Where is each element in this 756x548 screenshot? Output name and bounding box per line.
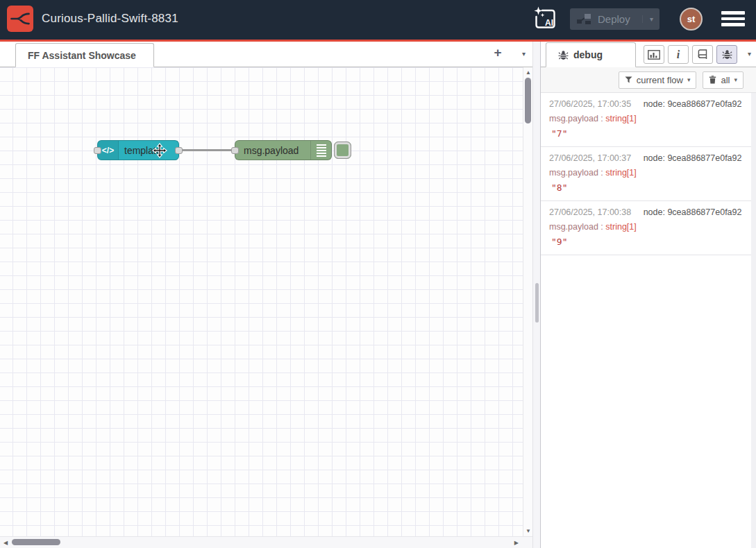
- path-separator: :: [598, 114, 605, 123]
- workspace-pane: FF Assistant Showcase + ▾ </> template m…: [0, 42, 532, 548]
- scroll-down-icon[interactable]: ▼: [523, 528, 533, 534]
- deploy-button[interactable]: Deploy ▾: [570, 8, 660, 30]
- flow-list-caret-icon[interactable]: ▾: [522, 50, 526, 58]
- funnel-icon: [625, 76, 632, 83]
- node-label: msg.payload: [244, 145, 299, 156]
- scroll-up-icon[interactable]: ▲: [523, 69, 533, 76]
- message-path: msg.payload : string[1]: [549, 168, 743, 178]
- message-path: msg.payload : string[1]: [549, 114, 743, 123]
- sidebar-splitter[interactable]: [532, 42, 541, 548]
- canvas-horizontal-scrollbar[interactable]: ◀ ▶: [0, 536, 532, 548]
- message-value[interactable]: "8": [549, 182, 743, 193]
- debug-toolbar: current flow ▾ all ▾: [541, 67, 756, 93]
- debug-message[interactable]: 27/06/2025, 17:00:38 node: 9cea886877e0f…: [541, 201, 751, 255]
- sidebar: debug i: [541, 42, 756, 548]
- trash-icon: [709, 76, 716, 84]
- node-red-editor: Curious-Pallid-Swift-8831 AI Deploy: [0, 0, 756, 548]
- message-timestamp: 27/06/2025, 17:00:38: [549, 207, 631, 217]
- message-node-id: node: 9cea886877e0fa92: [644, 99, 742, 109]
- flow-canvas[interactable]: </> template msg.payload ▲: [0, 67, 532, 548]
- message-type: string[1]: [605, 222, 636, 232]
- message-meta: 27/06/2025, 17:00:35 node: 9cea886877e0f…: [549, 99, 743, 109]
- node-debug[interactable]: msg.payload: [235, 140, 332, 160]
- scroll-left-icon[interactable]: ◀: [3, 540, 8, 546]
- scroll-right-icon[interactable]: ▶: [514, 540, 519, 546]
- input-port[interactable]: [94, 147, 101, 154]
- header-actions: AI Deploy ▾ st: [532, 6, 746, 32]
- tab-debug[interactable]: debug: [546, 42, 636, 67]
- list-icon: [310, 141, 331, 160]
- filter-caret-icon: ▾: [687, 76, 691, 83]
- debug-message-list[interactable]: 27/06/2025, 17:00:35 node: 9cea886877e0f…: [541, 93, 751, 548]
- dashboard-panel-button[interactable]: [644, 45, 664, 64]
- horizontal-scroll-thumb[interactable]: [12, 539, 60, 545]
- debug-enable-toggle[interactable]: [334, 142, 351, 159]
- bug-icon: [722, 49, 732, 60]
- deploy-nodes-icon: [576, 12, 591, 26]
- move-cursor-icon: [152, 143, 167, 161]
- message-meta: 27/06/2025, 17:00:38 node: 9cea886877e0f…: [549, 207, 743, 217]
- message-meta: 27/06/2025, 17:00:37 node: 9cea886877e0f…: [549, 153, 743, 163]
- debug-clear-button[interactable]: all ▾: [703, 71, 744, 89]
- message-type: string[1]: [605, 114, 636, 123]
- message-node-id: node: 9cea886877e0fa92: [644, 207, 742, 217]
- instance-title: Curious-Pallid-Swift-8831: [42, 12, 178, 26]
- burger-bar: [721, 11, 745, 15]
- help-panel-button[interactable]: [692, 45, 713, 64]
- debug-filter-button[interactable]: current flow ▾: [619, 71, 697, 89]
- output-port[interactable]: [175, 147, 183, 154]
- workspace-tabbar: FF Assistant Showcase + ▾: [0, 42, 532, 67]
- debug-message[interactable]: 27/06/2025, 17:00:35 node: 9cea886877e0f…: [541, 93, 751, 147]
- message-type: string[1]: [605, 168, 636, 178]
- flowfuse-logo-icon[interactable]: [7, 6, 33, 32]
- path-separator: :: [598, 222, 605, 232]
- add-flow-button[interactable]: +: [489, 45, 506, 60]
- header: Curious-Pallid-Swift-8831 AI Deploy: [0, 0, 756, 42]
- bar-chart-icon: [648, 50, 660, 60]
- message-property: msg.payload: [549, 222, 598, 232]
- burger-bar: [721, 23, 745, 26]
- burger-bar: [721, 17, 745, 21]
- bug-icon: [558, 50, 569, 60]
- message-value[interactable]: "7": [549, 128, 743, 139]
- clear-caret-icon: ▾: [734, 76, 737, 83]
- message-value[interactable]: "9": [549, 237, 743, 247]
- info-panel-button[interactable]: i: [668, 45, 689, 64]
- vertical-scroll-thumb[interactable]: [525, 78, 531, 123]
- clear-label: all: [721, 75, 730, 85]
- ai-label: AI: [545, 18, 553, 28]
- main-menu-button[interactable]: [720, 8, 746, 29]
- message-node-id: node: 9cea886877e0fa92: [644, 153, 742, 163]
- sidebar-panel-buttons: i: [644, 45, 737, 64]
- splitter-grip[interactable]: [535, 283, 539, 323]
- user-avatar[interactable]: st: [680, 8, 703, 31]
- deploy-dropdown-caret-icon[interactable]: ▾: [642, 15, 653, 23]
- sidebar-tabbar: debug i: [541, 42, 756, 67]
- tab-ff-assistant-showcase[interactable]: FF Assistant Showcase: [15, 43, 154, 67]
- message-property: msg.payload: [549, 114, 598, 123]
- message-path: msg.payload : string[1]: [549, 222, 743, 232]
- book-icon: [697, 49, 708, 60]
- deploy-label: Deploy: [598, 13, 630, 25]
- info-icon: i: [677, 49, 680, 61]
- debug-tab-label: debug: [573, 49, 603, 60]
- canvas-vertical-scrollbar[interactable]: ▲ ▼: [523, 67, 532, 536]
- message-timestamp: 27/06/2025, 17:00:35: [549, 99, 631, 109]
- message-property: msg.payload: [549, 168, 598, 178]
- debug-message[interactable]: 27/06/2025, 17:00:37 node: 9cea886877e0f…: [541, 147, 751, 201]
- message-timestamp: 27/06/2025, 17:00:37: [549, 153, 631, 163]
- sidebar-menu-caret-icon[interactable]: ▾: [748, 50, 751, 58]
- debug-panel-button[interactable]: [716, 45, 737, 64]
- path-separator: :: [598, 168, 605, 178]
- logo-glyph-icon: [10, 8, 31, 29]
- wire[interactable]: [180, 149, 236, 151]
- ai-assistant-button[interactable]: AI: [532, 6, 558, 32]
- input-port[interactable]: [231, 147, 239, 154]
- message-list-scrollbar-gutter[interactable]: [751, 93, 756, 548]
- filter-label: current flow: [637, 75, 683, 85]
